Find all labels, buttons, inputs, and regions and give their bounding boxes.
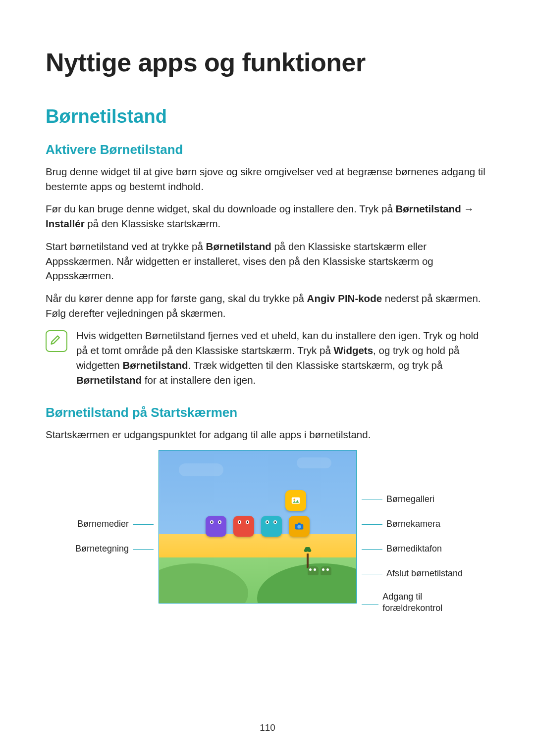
kids-recorder-icon bbox=[261, 516, 282, 537]
labels-left: Børnemedier Børnetegning bbox=[69, 450, 159, 561]
page-number: 110 bbox=[0, 722, 535, 733]
text-bold: Børnetilstand bbox=[206, 241, 271, 252]
text-bold: Installér bbox=[46, 218, 85, 229]
text: på den Klassiske startskærm. bbox=[85, 218, 221, 229]
label-bornegalleri: Børnegalleri bbox=[386, 494, 434, 505]
hill-shape bbox=[159, 563, 248, 604]
label-afslut: Afslut børnetilstand bbox=[386, 568, 463, 579]
label-foraeldrekontrol: Adgang til forældrekontrol bbox=[382, 591, 466, 614]
svg-point-3 bbox=[297, 525, 301, 528]
gator-icon bbox=[321, 566, 331, 575]
label-bornetegning: Børnetegning bbox=[75, 543, 129, 554]
paragraph-intro: Brug denne widget til at give børn sjove… bbox=[46, 164, 489, 194]
leader-line bbox=[362, 500, 382, 500]
leader-line bbox=[133, 549, 154, 550]
subsection-heading-aktivere: Aktivere Børnetilstand bbox=[46, 142, 489, 157]
kids-camera-icon bbox=[289, 516, 310, 537]
section-heading-bornetilstand: Børnetilstand bbox=[46, 106, 489, 127]
label-bornemedier: Børnemedier bbox=[77, 518, 129, 530]
pencil-note-icon bbox=[50, 334, 63, 348]
label-bornediktafon: Børnediktafon bbox=[386, 543, 442, 554]
note-text: Hvis widgetten Børnetilstand fjernes ved… bbox=[76, 328, 489, 387]
camera-icon bbox=[294, 521, 305, 532]
text-bold: Børnetilstand bbox=[122, 359, 188, 371]
labels-right: Børnegalleri Børnekamera Børnediktafon A… bbox=[357, 450, 466, 614]
paragraph-install: Før du kan bruge denne widget, skal du d… bbox=[46, 202, 489, 231]
text: → bbox=[461, 203, 474, 214]
paragraph-start: Start børnetilstand ved at trykke på Bør… bbox=[46, 239, 489, 283]
paragraph-pin: Når du kører denne app for første gang, … bbox=[46, 291, 489, 320]
text: for at installere den igen. bbox=[142, 374, 256, 386]
note-icon bbox=[46, 330, 67, 352]
gallery-icon bbox=[290, 495, 301, 506]
text: . Træk widgetten til den Klassiske start… bbox=[188, 359, 443, 371]
text: Start børnetilstand ved at trykke på bbox=[46, 241, 206, 252]
page-title: Nyttige apps og funktioner bbox=[46, 48, 489, 77]
exit-characters bbox=[308, 566, 331, 575]
paragraph-startscreen: Startskærmen er udgangspunktet for adgan… bbox=[46, 427, 489, 442]
subsection-heading-startskaerm: Børnetilstand på Startskærmen bbox=[46, 405, 489, 420]
svg-rect-4 bbox=[298, 523, 301, 525]
label-bornekamera: Børnekamera bbox=[386, 518, 440, 530]
cloud-icon bbox=[297, 457, 331, 468]
kids-gallery-icon bbox=[285, 490, 306, 511]
gator-icon bbox=[308, 566, 319, 575]
text: Når du kører denne app for første gang, … bbox=[46, 293, 307, 304]
leader-line bbox=[362, 524, 382, 525]
text-bold: Widgets bbox=[334, 345, 374, 356]
figure: Børnemedier Børnetegning bbox=[46, 450, 489, 614]
svg-point-1 bbox=[293, 499, 295, 501]
leader-line bbox=[362, 549, 382, 550]
kids-app-row bbox=[206, 516, 310, 537]
hill-shape bbox=[257, 563, 357, 604]
text-bold: Børnetilstand bbox=[76, 374, 142, 386]
leader-line bbox=[362, 574, 382, 574]
kids-drawing-icon bbox=[233, 516, 254, 537]
text-bold: Angiv PIN-kode bbox=[307, 293, 382, 304]
leader-line bbox=[133, 524, 154, 525]
cloud-icon bbox=[179, 463, 223, 476]
kids-home-scene bbox=[159, 450, 357, 604]
text-bold: Børnetilstand bbox=[396, 203, 461, 214]
palm-tree-icon bbox=[304, 548, 312, 568]
note-block: Hvis widgetten Børnetilstand fjernes ved… bbox=[46, 328, 489, 387]
kids-media-icon bbox=[206, 516, 226, 537]
leader-line bbox=[362, 605, 378, 605]
text: Før du kan bruge denne widget, skal du d… bbox=[46, 203, 396, 214]
